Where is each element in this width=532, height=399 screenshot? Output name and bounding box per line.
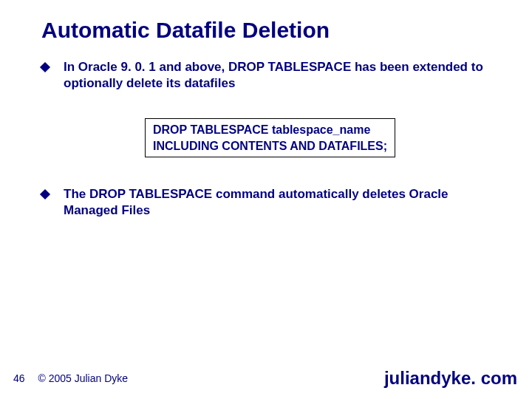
page-number: 46 <box>13 372 25 384</box>
code-box: DROP TABLESPACE tablespace_name INCLUDIN… <box>145 118 395 157</box>
bullet-item-2: The DROP TABLESPACE command automaticall… <box>41 186 502 219</box>
slide-title: Automatic Datafile Deletion <box>41 18 330 43</box>
slide: Automatic Datafile Deletion In Oracle 9.… <box>0 0 532 399</box>
bullet-2-pre: The <box>64 187 89 201</box>
bullet-item-1: In Oracle 9. 0. 1 and above, DROP TABLES… <box>41 59 502 92</box>
bullet-diamond-icon <box>40 62 50 72</box>
bullet-text-1: In Oracle 9. 0. 1 and above, DROP TABLES… <box>64 59 502 92</box>
footer-left: 46 © 2005 Julian Dyke <box>13 372 128 384</box>
bullet-1-strong: DROP TABLESPACE <box>228 60 351 74</box>
code-line-2: INCLUDING CONTENTS AND DATAFILES; <box>153 138 387 154</box>
code-line-1: DROP TABLESPACE tablespace_name <box>153 122 387 138</box>
bullet-diamond-icon <box>40 189 50 200</box>
bullet-2-strong: DROP TABLESPACE <box>89 187 216 201</box>
bullet-1-pre: In Oracle 9. 0. 1 and above, <box>64 60 228 74</box>
bullet-text-2: The DROP TABLESPACE command automaticall… <box>64 186 502 219</box>
footer-site: juliandyke. com <box>384 368 517 389</box>
copyright: © 2005 Julian Dyke <box>38 372 128 384</box>
